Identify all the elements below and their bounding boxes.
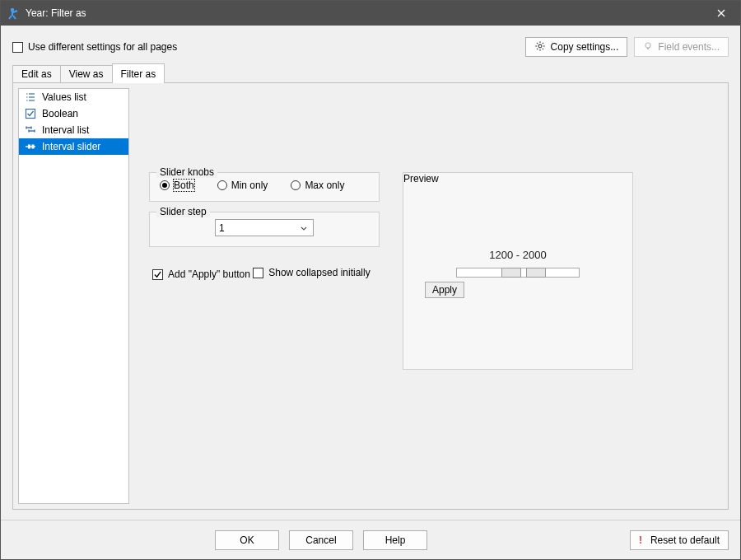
radio-both[interactable]: Both — [160, 180, 194, 191]
tab-edit-as[interactable]: Edit as — [12, 65, 61, 83]
exclamation-icon: ! — [639, 534, 642, 546]
preview-slider[interactable] — [456, 268, 580, 278]
list-item-label: Boolean — [42, 108, 78, 119]
svg-line-9 — [542, 42, 543, 43]
tab-filter-as[interactable]: Filter as — [112, 63, 165, 83]
checkbox-icon — [24, 107, 37, 120]
tabs-row: Edit as View as Filter as — [1, 57, 740, 83]
list-item-label: Interval list — [42, 124, 89, 136]
list-item-interval-list[interactable]: Interval list — [19, 122, 128, 138]
svg-point-2 — [538, 44, 542, 48]
cancel-button[interactable]: Cancel — [289, 530, 353, 550]
show-collapsed-checkbox[interactable]: Show collapsed initially — [253, 267, 370, 278]
svg-rect-12 — [647, 48, 649, 49]
list-item-interval-slider[interactable]: Interval slider — [19, 138, 128, 155]
group-legend: Slider step — [156, 206, 210, 217]
svg-line-7 — [537, 42, 538, 43]
svg-rect-27 — [28, 145, 30, 149]
interval-list-icon — [24, 124, 37, 137]
copy-settings-button[interactable]: Copy settings... — [525, 37, 628, 57]
svg-rect-28 — [32, 145, 35, 149]
tabs: Edit as View as Filter as — [12, 63, 729, 83]
bulb-icon — [643, 41, 653, 54]
radio-label: Min only — [231, 180, 268, 191]
checkbox-box-icon — [12, 42, 23, 53]
top-toolbar: Use different settings for all pages Cop… — [1, 26, 740, 57]
slider-step-group: Slider step 1 — [149, 212, 380, 247]
slider-thumb-min[interactable] — [501, 268, 521, 278]
radio-max-only[interactable]: Max only — [291, 180, 344, 191]
slider-thumb-max[interactable] — [526, 268, 546, 278]
radio-dot-icon — [217, 180, 227, 190]
radio-dot-icon — [160, 180, 170, 190]
gear-icon — [534, 40, 546, 54]
list-item-label: Values list — [42, 91, 86, 103]
list-icon — [24, 91, 37, 104]
settings-pane: Slider knobs Both Min only — [129, 88, 723, 504]
field-events-label: Field events... — [658, 41, 720, 53]
ok-button[interactable]: OK — [215, 530, 279, 550]
radio-min-only[interactable]: Min only — [217, 180, 268, 191]
tab-view-as[interactable]: View as — [60, 65, 113, 83]
list-item-label: Interval slider — [42, 141, 100, 152]
group-legend: Preview — [403, 173, 439, 184]
titlebar: Year: Filter as — [1, 1, 740, 26]
preview-group: Preview 1200 - 2000 Apply — [403, 172, 633, 370]
window-title: Year: Filter as — [26, 7, 709, 19]
reset-to-default-button[interactable]: ! Reset to default — [630, 530, 729, 550]
copy-settings-label: Copy settings... — [551, 41, 619, 53]
preview-range-label: 1200 - 2000 — [489, 249, 546, 261]
footer: OK Cancel Help ! Reset to default — [1, 520, 740, 559]
select-value: 1 — [219, 222, 225, 234]
svg-rect-19 — [26, 110, 35, 119]
svg-rect-1 — [12, 12, 13, 16]
radio-dot-icon — [291, 180, 301, 190]
filter-type-list[interactable]: Values list Boolean Interval list Interv… — [18, 88, 129, 504]
chevron-down-icon — [298, 222, 310, 234]
checkbox-label: Use different settings for all pages — [28, 41, 177, 53]
checkbox-box-icon — [253, 268, 263, 278]
radio-label: Both — [174, 180, 194, 191]
checkbox-box-icon — [152, 269, 163, 280]
help-button[interactable]: Help — [363, 530, 427, 550]
slider-icon — [24, 140, 37, 153]
app-icon — [7, 7, 21, 20]
svg-line-8 — [542, 48, 543, 49]
slider-knobs-group: Slider knobs Both Min only — [149, 172, 380, 202]
svg-point-11 — [645, 43, 650, 48]
checkbox-label: Show collapsed initially — [268, 267, 370, 278]
checkbox-label: Add "Apply" button — [168, 268, 250, 280]
list-item-boolean[interactable]: Boolean — [19, 105, 128, 122]
reset-label: Reset to default — [650, 534, 720, 546]
use-different-settings-checkbox[interactable]: Use different settings for all pages — [12, 41, 177, 53]
dialog-window: Year: Filter as Use different settings f… — [0, 0, 741, 560]
svg-point-0 — [11, 8, 14, 12]
slider-step-select[interactable]: 1 — [215, 219, 314, 236]
tab-panel: Values list Boolean Interval list Interv… — [12, 83, 729, 510]
preview-apply-button[interactable]: Apply — [425, 282, 464, 298]
svg-line-10 — [537, 48, 538, 49]
add-apply-checkbox[interactable]: Add "Apply" button — [152, 268, 250, 280]
list-item-values-list[interactable]: Values list — [19, 89, 128, 105]
radio-label: Max only — [305, 180, 344, 191]
group-legend: Slider knobs — [156, 166, 217, 178]
close-button[interactable] — [709, 1, 734, 26]
field-events-button: Field events... — [634, 37, 729, 57]
